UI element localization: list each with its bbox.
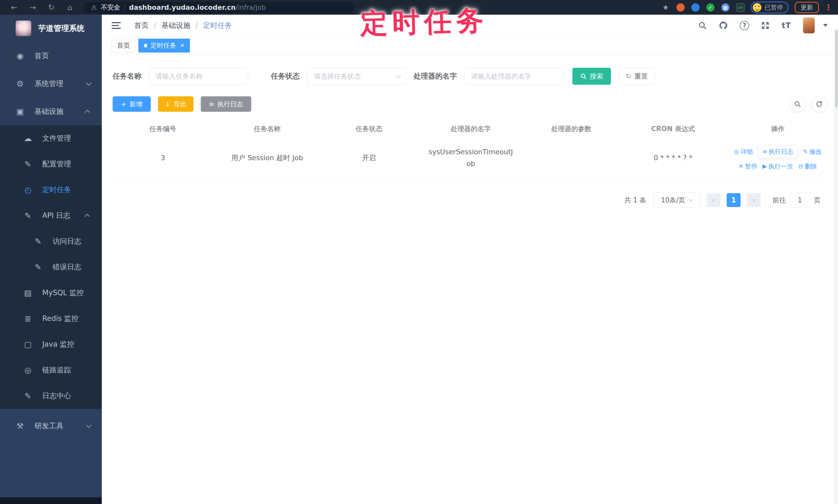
col-cron: CRON 表达式 — [618, 124, 729, 133]
search-form: 任务名称 任务状态 处理器的名字 搜索 ↻ 重置 — [112, 68, 827, 85]
extension-icon-on-badge[interactable]: on — [736, 3, 745, 12]
export-button[interactable]: ↓ 导出 — [158, 96, 193, 112]
job-status-label: 任务状态 — [271, 71, 300, 81]
add-button[interactable]: + 新增 — [112, 96, 151, 112]
eye-icon: ◎ — [734, 148, 739, 155]
layers-icon: ≣ — [23, 314, 33, 323]
next-page-button[interactable]: › — [747, 193, 761, 207]
extension-icon-orange[interactable] — [677, 3, 685, 12]
handler-name-input[interactable] — [464, 68, 563, 85]
sidebar-item-scheduled-tasks[interactable]: ◴ 定时任务 — [0, 177, 102, 203]
scrollbar-thumb[interactable] — [835, 30, 838, 107]
bookmark-star-icon[interactable]: ★ — [662, 3, 670, 12]
log-edit-icon: ✎ — [33, 237, 43, 246]
sidebar-item-log-center[interactable]: ✎ 日志中心 — [0, 383, 102, 409]
list-icon: ≡ — [763, 148, 767, 155]
close-icon: ✕ — [739, 163, 744, 169]
total-count: 共 1 条 — [624, 196, 646, 205]
page-size-select[interactable]: 10条/页 — [653, 192, 700, 208]
help-icon[interactable]: ? — [740, 21, 749, 30]
play-icon: ▶ — [763, 163, 767, 169]
database-icon: ▤ — [23, 288, 33, 298]
sidebar-item-file-management[interactable]: ☁ 文件管理 — [0, 125, 102, 151]
user-menu-caret-icon[interactable] — [823, 24, 828, 27]
fullscreen-icon[interactable] — [761, 21, 770, 30]
browser-reload-icon[interactable]: ↻ — [43, 3, 60, 12]
col-job-id: 任务编号 — [112, 124, 213, 133]
chevron-up-icon — [85, 109, 90, 115]
sidebar-item-java-monitor[interactable]: ▢ Java 监控 — [0, 331, 102, 357]
edit-link[interactable]: ✎ 修改 — [803, 148, 821, 156]
hamburger-icon[interactable] — [111, 22, 122, 29]
job-name-input[interactable] — [149, 68, 248, 85]
browser-forward-icon[interactable]: → — [24, 3, 41, 12]
pagination: 共 1 条 10条/页 ‹ 1 › 前往 页 — [112, 192, 827, 208]
breadcrumb-home[interactable]: 首页 — [134, 21, 149, 30]
gear-icon: ⚙ — [15, 79, 25, 88]
col-job-status: 任务状态 — [321, 124, 417, 133]
browser-scrollbar[interactable] — [834, 29, 838, 504]
sidebar-item-infrastructure[interactable]: ▣ 基础设施 — [0, 97, 102, 125]
tab-scheduled-tasks[interactable]: 定时任务 ✕ — [138, 39, 190, 53]
browser-back-icon[interactable]: ← — [6, 3, 23, 12]
prev-page-button[interactable]: ‹ — [706, 193, 720, 207]
extension-icons: ★ ✓ ▦ on — [662, 3, 745, 12]
page-1-button[interactable]: 1 — [727, 193, 740, 207]
sidebar-item-api-logs[interactable]: ✎ API 日志 — [0, 203, 102, 229]
reset-button[interactable]: ↻ 重置 — [619, 68, 655, 85]
pencil-icon: ✎ — [803, 148, 808, 155]
job-status-select[interactable] — [307, 68, 406, 85]
sidebar-item-config-management[interactable]: ✎ 配置管理 — [0, 151, 102, 177]
sidebar-logo[interactable]: 芋道管理系统 — [0, 15, 102, 42]
row-actions: ◎ 详细 ≡ 执行日志 ✎ 修改 — [729, 145, 827, 170]
row-job-log-link[interactable]: ≡ 执行日志 — [758, 145, 798, 158]
paused-label: 已暂停 — [765, 3, 783, 12]
browser-update-button[interactable]: 更新 — [795, 2, 819, 13]
pause-link[interactable]: ✕ 暂停 — [739, 162, 757, 170]
sidebar-item-home[interactable]: ◉ 首页 — [0, 42, 102, 70]
profile-paused-badge[interactable]: 已暂停 — [751, 2, 788, 13]
detail-link[interactable]: ◎ 详细 — [734, 148, 753, 156]
url-host: dashboard.yudao.iocoder.cn — [129, 4, 236, 11]
job-log-button[interactable]: ≡ 执行日志 — [201, 96, 251, 112]
monitor-icon: ▣ — [15, 107, 25, 116]
tab-home[interactable]: 首页 — [111, 39, 135, 53]
eye-icon: ◎ — [23, 365, 33, 375]
refresh-table-button[interactable] — [811, 96, 827, 112]
col-handler-name: 处理器的名字 — [417, 124, 525, 133]
search-icon[interactable] — [698, 21, 707, 30]
breadcrumb-infrastructure[interactable]: 基础设施 — [161, 21, 190, 30]
table-toolbar: + 新增 ↓ 导出 ≡ 执行日志 — [112, 96, 827, 112]
browser-home-icon[interactable]: ⌂ — [61, 3, 78, 12]
browser-menu-icon[interactable]: ⋮ — [825, 3, 832, 12]
search-button[interactable]: 搜索 — [572, 68, 611, 85]
cell-job-id: 3 — [112, 154, 213, 162]
address-bar[interactable]: ⚠ 不安全 dashboard.yudao.iocoder.cn/infra/j… — [84, 2, 354, 13]
sidebar-item-trace[interactable]: ◎ 链路追踪 — [0, 357, 102, 383]
logo-title: 芋道管理系统 — [38, 23, 85, 34]
page-content: 任务名称 任务状态 处理器的名字 搜索 ↻ 重置 — [102, 55, 838, 504]
not-secure-warning-icon: ⚠ — [91, 4, 97, 11]
sidebar-item-redis-monitor[interactable]: ≣ Redis 监控 — [0, 306, 102, 331]
logo-image — [15, 20, 32, 36]
extension-icon-green-check[interactable]: ✓ — [706, 3, 715, 12]
list-icon: ≡ — [209, 101, 214, 108]
chevron-down-icon — [688, 197, 693, 202]
close-tab-icon[interactable]: ✕ — [180, 42, 185, 49]
delete-link[interactable]: ⊟ 删除 — [798, 162, 817, 170]
user-avatar[interactable] — [803, 18, 815, 34]
extension-icon-grid[interactable]: ▦ — [721, 3, 730, 12]
sidebar-item-dev-tools[interactable]: ⚒ 研发工具 — [0, 409, 102, 443]
handler-name-label: 处理器的名字 — [414, 71, 457, 81]
sidebar-item-mysql-monitor[interactable]: ▤ MySQL 监控 — [0, 280, 102, 306]
goto-page-input[interactable] — [790, 192, 810, 208]
extension-icon-blue[interactable] — [692, 3, 700, 12]
github-icon[interactable] — [719, 21, 728, 30]
sidebar-item-system-management[interactable]: ⚙ 系统管理 — [0, 70, 102, 97]
sidebar-submenu-infrastructure: ☁ 文件管理 ✎ 配置管理 ◴ 定时任务 ✎ API 日志 ✎ 访问日志 ✎ — [0, 125, 102, 409]
run-once-link[interactable]: ▶ 执行一次 — [763, 162, 793, 170]
font-size-icon[interactable]: tT — [782, 21, 791, 30]
sidebar-item-access-logs[interactable]: ✎ 访问日志 — [0, 229, 102, 254]
toggle-search-button[interactable] — [789, 96, 805, 112]
sidebar-item-error-logs[interactable]: ✎ 错误日志 — [0, 254, 102, 280]
